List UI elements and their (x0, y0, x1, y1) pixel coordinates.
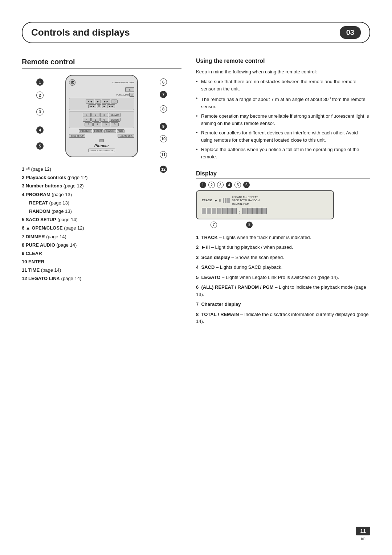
using-remote-bullets: Make sure that there are no obstacles be… (196, 78, 370, 160)
remote-rew-btn[interactable]: ◄◄ (86, 100, 94, 104)
callout-10-circle: 10 (160, 135, 167, 142)
desc-2: 2 Playback controls (page 12) (22, 174, 181, 181)
remote-num-7[interactable]: 7 (85, 122, 93, 126)
remote-top-labels: DIMMER OPEN/CLOSE (113, 81, 134, 84)
remote-control-heading: Remote control (22, 58, 181, 69)
callout-3-circle: 3 (36, 108, 44, 116)
remote-power-btn[interactable]: ⏻ (69, 79, 75, 86)
bullet-1: Make sure that there are no obstacles be… (196, 78, 370, 92)
seg-3 (226, 198, 228, 203)
callout-4: 4 (36, 126, 44, 134)
callout-6-circle: 6 (160, 78, 167, 86)
pure-audio-label: PURE AUDIO (117, 94, 129, 96)
display-box: TRACK ► II L (196, 190, 334, 219)
desc-10: 10 ENTER (22, 259, 181, 265)
callout-2-circle: 2 (36, 92, 44, 99)
remote-program-btn[interactable]: PROGRAM (79, 129, 92, 133)
disp-callout-8: 8 (246, 222, 253, 228)
remote-eject-btn[interactable]: ▲ (125, 87, 134, 92)
display-scan-segments (223, 198, 230, 203)
remote-body: ⏻ DIMMER OPEN/CLOSE ▲ PURE AUD (49, 75, 154, 157)
remote-next-btn[interactable]: ►► (107, 104, 115, 108)
remote-random-btn[interactable]: RANDOM (104, 129, 116, 133)
page-container: Controls and displays 03 English Remote … (0, 0, 392, 555)
char-seg-4 (217, 208, 221, 214)
remote-num-0[interactable]: 0 (111, 122, 119, 126)
display-desc-2: 2 ►/II – Light during playback / when pa… (196, 244, 370, 251)
char-seg-5 (222, 208, 226, 214)
using-remote-section: Using the remote control Keep in mind th… (196, 58, 370, 160)
display-callout-row: 1 2 3 4 5 6 (196, 182, 370, 188)
callout-1-circle: 1 (36, 78, 44, 86)
remote-top-row: ⏻ DIMMER OPEN/CLOSE (69, 79, 134, 86)
callout-numbers-right: 6 7 8 9 10 11 12 (160, 78, 167, 173)
bullet-2: The remote has a range of about 7 m at a… (196, 95, 370, 110)
display-top-row: TRACK ► II L (202, 195, 328, 205)
seg-4 (228, 198, 230, 203)
remote-num-5[interactable]: 5 (91, 118, 99, 122)
disp-callout-2: 2 (208, 182, 215, 188)
char-seg-8 (242, 208, 246, 214)
remote-prev-btn[interactable]: ◄◄ (88, 104, 96, 108)
remote-play-btn[interactable]: ► (95, 100, 101, 104)
remote-descriptions-list: 1 ⏎ (page 12) 2 Playback controls (page … (22, 166, 181, 282)
display-callout-row-bottom: 7 8 (196, 222, 370, 228)
remote-num-8[interactable]: 8 (93, 122, 101, 126)
remote-num-4[interactable]: 4 (83, 118, 91, 122)
display-desc-8: 8 TOTAL / REMAIN – Indicate the disc/tra… (196, 311, 370, 325)
chapter-number: 03 (340, 26, 361, 39)
remote-fwd-btn[interactable]: ►► (102, 100, 110, 104)
display-desc-1: 1 TRACK – Lights when the track number i… (196, 234, 370, 241)
display-desc-3: 3 Scan display – Shows the scan speed. (196, 254, 370, 261)
page-footer: 11 En (356, 527, 370, 540)
callout-9-circle: 9 (160, 123, 167, 130)
remote-num-2[interactable]: 2 (91, 113, 99, 117)
display-desc-4: 4 SACD – Lights during SACD playback. (196, 264, 370, 271)
remote-pause-btn[interactable]: II (97, 104, 101, 108)
callout-7-circle: 7 (160, 91, 167, 98)
remote-numpad-section: 1 2 3 CLEAR 4 5 6 ENTER (69, 111, 134, 128)
char-seg-7 (232, 208, 237, 214)
pure-audio-btn[interactable]: □ (129, 93, 134, 97)
remote-sacd-row: SACD SETUP LEGATO LINK (69, 134, 134, 138)
dimmer-label: DIMMER (113, 81, 121, 84)
remote-super-audio-label: SUPER AUDIO CD PLAYER (88, 149, 115, 152)
display-char-segments (202, 208, 237, 214)
callout-5: 5 (36, 142, 44, 150)
remote-time-btn[interactable]: TIME (117, 129, 124, 133)
remote-sacd-setup-btn[interactable]: SACD SETUP (69, 134, 85, 138)
desc-random: RANDOM (page 13) (22, 208, 181, 215)
remote-transport-section: ◄◄ ► ►► □ ◄◄ II ■ ►► (69, 98, 134, 110)
callout-5-circle: 5 (36, 142, 44, 150)
display-mode-labels: LEGATO ALL REPEAT SACD TOTAL RANDOM REMA… (232, 195, 260, 205)
disp-callout-5: 5 (234, 182, 241, 188)
remote-num-3[interactable]: 3 (100, 113, 108, 117)
disp-callout-3: 3 (217, 182, 224, 188)
remote-num-9[interactable]: 9 (102, 122, 110, 126)
disp-callout-1: 1 (200, 182, 206, 188)
display-play-pause-indicator: ► II (214, 198, 221, 202)
numpad-row-3: 7 8 9 0 (71, 122, 132, 126)
char-seg-11 (257, 208, 262, 214)
desc-6: 6 ▲ OPEN/CLOSE (page 12) (22, 225, 181, 231)
callout-3: 3 (36, 108, 44, 116)
remote-num-1[interactable]: 1 (83, 113, 91, 117)
remote-enter-btn[interactable]: ENTER (109, 118, 121, 122)
callout-numbers-left: 1 2 3 4 5 (36, 78, 44, 150)
char-seg-10 (252, 208, 257, 214)
remote-blank-btn[interactable]: □ (111, 100, 118, 104)
playback-controls-label: Playback controls (26, 175, 66, 180)
disp-callout-7: 7 (211, 222, 217, 228)
page-number: 11 (356, 527, 370, 535)
display-heading: Display (196, 170, 370, 179)
bullet-5: Replace the batteries when you notice a … (196, 146, 370, 160)
remote-num-6[interactable]: 6 (100, 118, 108, 122)
remote-legato-link-btn[interactable]: LEGATO LINK (118, 134, 134, 138)
remote-clear-btn[interactable]: CLEAR (109, 113, 121, 117)
using-remote-heading: Using the remote control (196, 58, 370, 66)
display-bottom-row: : (202, 208, 328, 214)
remote-stop-btn[interactable]: ■ (102, 104, 106, 108)
callout-1: 1 (36, 78, 44, 86)
remote-repeat-btn[interactable]: REPEAT (93, 129, 104, 133)
display-char-segments-2 (242, 208, 267, 214)
